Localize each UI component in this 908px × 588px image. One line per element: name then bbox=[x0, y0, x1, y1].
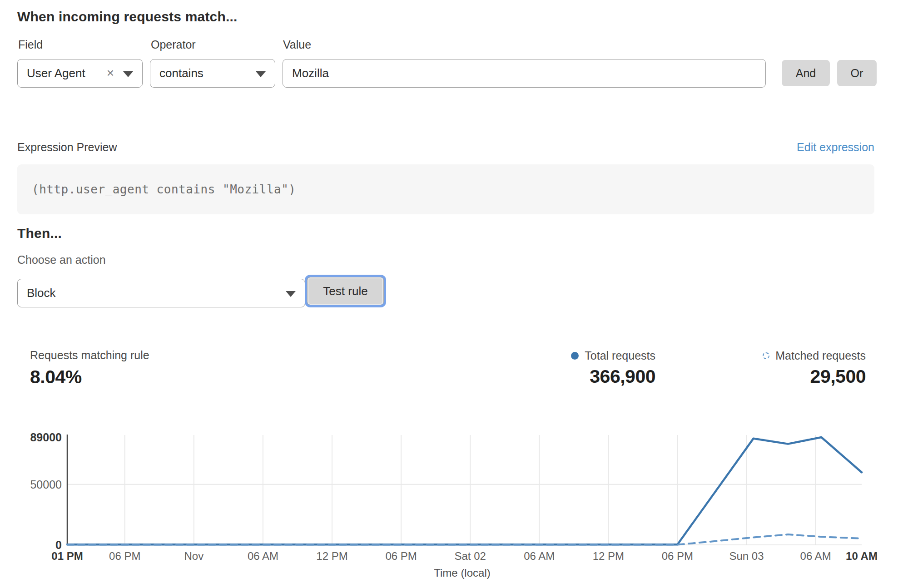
stat-matched-requests: Matched requests 29,500 bbox=[763, 349, 866, 387]
page-title: When incoming requests match... bbox=[17, 9, 238, 25]
expression-preview-label: Expression Preview bbox=[17, 141, 117, 154]
y-tick-label: 50000 bbox=[30, 478, 62, 491]
stat-matching-label: Requests matching rule bbox=[30, 349, 149, 362]
x-tick-label: 06 PM bbox=[662, 550, 693, 562]
stat-total-value: 366,900 bbox=[590, 366, 655, 387]
x-tick-label: 06 AM bbox=[800, 550, 831, 562]
stat-matched-value: 29,500 bbox=[810, 366, 866, 387]
x-tick-label: Nov bbox=[184, 550, 203, 562]
x-tick-label: 06 AM bbox=[524, 550, 555, 562]
operator-select-value: contains bbox=[159, 66, 203, 80]
stat-matching-value: 8.04% bbox=[30, 366, 149, 388]
stat-total-label: Total requests bbox=[585, 349, 655, 362]
action-select-value: Block bbox=[27, 286, 56, 300]
stat-total-requests: Total requests 366,900 bbox=[571, 349, 655, 387]
field-label: Field bbox=[18, 38, 43, 51]
value-input[interactable] bbox=[283, 59, 766, 88]
value-label: Value bbox=[283, 38, 311, 51]
test-rule-focus-ring: Test rule bbox=[305, 275, 386, 307]
or-button[interactable]: Or bbox=[837, 60, 877, 86]
edit-expression-link[interactable]: Edit expression bbox=[797, 141, 874, 154]
chevron-down-icon bbox=[256, 71, 266, 77]
firewall-rule-page: When incoming requests match... Field Op… bbox=[0, 0, 908, 588]
operator-select[interactable]: contains bbox=[150, 59, 275, 88]
x-tick-label: 12 PM bbox=[316, 550, 347, 562]
stat-requests-matching: Requests matching rule 8.04% bbox=[30, 349, 149, 388]
field-select-value: User Agent bbox=[27, 66, 85, 80]
x-tick-label: Sat 02 bbox=[454, 550, 486, 562]
y-tick-label: 89000 bbox=[30, 431, 62, 444]
series-dashed bbox=[67, 534, 862, 545]
requests-line-chart: 0500008900001 PM06 PMNov06 AM12 PM06 PMS… bbox=[0, 426, 908, 588]
and-button[interactable]: And bbox=[782, 60, 830, 86]
test-rule-button[interactable]: Test rule bbox=[308, 277, 383, 305]
x-tick-label: 10 AM bbox=[846, 550, 878, 562]
total-requests-dot-icon bbox=[571, 352, 579, 360]
expression-code: (http.user_agent contains "Mozilla") bbox=[32, 183, 296, 196]
y-tick-label: 0 bbox=[55, 539, 62, 551]
choose-action-label: Choose an action bbox=[17, 253, 106, 267]
action-select[interactable]: Block bbox=[17, 279, 305, 307]
x-tick-label: 06 PM bbox=[109, 550, 140, 562]
x-tick-label: 01 PM bbox=[51, 550, 83, 562]
x-tick-label: 06 AM bbox=[248, 550, 278, 562]
chevron-down-icon bbox=[123, 71, 133, 77]
expression-preview-block: (http.user_agent contains "Mozilla") bbox=[17, 164, 874, 214]
x-tick-label: 06 PM bbox=[385, 550, 417, 562]
requests-chart: 0500008900001 PM06 PMNov06 AM12 PM06 PMS… bbox=[0, 426, 908, 588]
top-divider bbox=[0, 3, 908, 3]
stat-matched-label: Matched requests bbox=[775, 349, 866, 362]
field-select[interactable]: User Agent × bbox=[17, 59, 143, 88]
chevron-down-icon bbox=[286, 291, 296, 297]
series-solid bbox=[67, 437, 862, 544]
x-axis-title: Time (local) bbox=[434, 567, 490, 579]
then-heading: Then... bbox=[17, 226, 62, 241]
matched-requests-dashed-circle-icon bbox=[763, 352, 769, 359]
x-tick-label: Sun 03 bbox=[729, 550, 764, 562]
x-tick-label: 12 PM bbox=[593, 550, 624, 562]
operator-label: Operator bbox=[151, 38, 196, 51]
clear-field-icon[interactable]: × bbox=[107, 67, 114, 79]
